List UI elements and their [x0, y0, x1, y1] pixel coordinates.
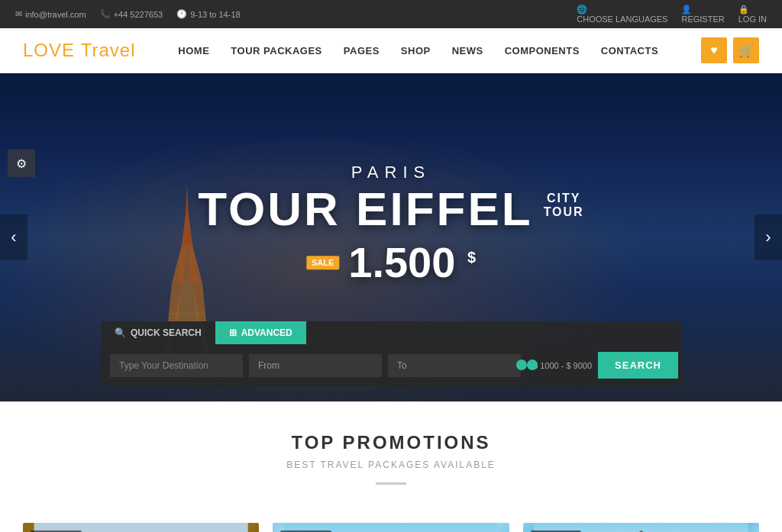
advanced-search-tab[interactable]: ⊞ ADVANCED: [215, 321, 306, 344]
destination-input[interactable]: [110, 354, 243, 377]
settings-button[interactable]: ⚙: [8, 150, 35, 177]
header-icons: ♥ 🛒: [701, 37, 759, 63]
login-link[interactable]: 🔒 LOG IN: [738, 5, 767, 24]
lock-icon: 🔒: [738, 5, 767, 15]
promotion-card-1: 1300 USD: [23, 523, 259, 532]
promotions-section: TOP PROMOTIONS BEST TRAVEL PACKAGES AVAI…: [0, 401, 782, 523]
promotion-cards: 1300 USD: [0, 523, 782, 532]
promotion-card-2: 1200 USD: [273, 523, 509, 532]
nav-tour-packages[interactable]: TOUR PACKAGES: [220, 45, 332, 56]
search-tabs: 🔍 QUICK SEARCH ⊞ ADVANCED: [101, 321, 681, 344]
slider-thumb-left[interactable]: [527, 360, 538, 370]
from-date-input[interactable]: [249, 354, 382, 377]
sale-badge: SALE: [306, 256, 339, 269]
header: LOVE Travel HOME TOUR PACKAGES PAGES SHO…: [0, 28, 782, 73]
quick-search-tab[interactable]: 🔍 QUICK SEARCH: [101, 321, 215, 344]
hero-content: PARIS TOUR EIFFEL CITY TOUR SALE 1.500 $: [198, 163, 583, 287]
search-fields: $ 1000 - $ 9000 SEARCH: [101, 344, 681, 386]
slider-thumb-right[interactable]: [516, 360, 527, 370]
hero-price: 1.500 $: [348, 237, 476, 287]
promotions-title: TOP PROMOTIONS: [23, 432, 759, 453]
nav-shop[interactable]: SHOP: [390, 45, 441, 56]
email-info: ✉ info@travel.com: [15, 9, 86, 19]
search-icon: 🔍: [115, 327, 126, 338]
logo: LOVE Travel: [23, 40, 136, 61]
hero-city-name: PARIS: [198, 163, 583, 182]
price-range-slider[interactable]: $ 1000 - $ 9000: [527, 361, 592, 370]
email-icon: ✉: [15, 9, 22, 19]
grid-icon: ⊞: [229, 327, 237, 338]
phone-info: 📞 +44 5227653: [100, 9, 163, 19]
phone-icon: 📞: [100, 9, 111, 19]
chevron-right-icon: ›: [765, 227, 771, 247]
gear-icon: ⚙: [16, 156, 27, 171]
cart-button[interactable]: 🛒: [733, 37, 759, 63]
top-bar-left: ✉ info@travel.com 📞 +44 5227653 🕐 9-13 t…: [15, 9, 241, 19]
top-bar: ✉ info@travel.com 📞 +44 5227653 🕐 9-13 t…: [0, 0, 782, 28]
main-nav: HOME TOUR PACKAGES PAGES SHOP NEWS COMPO…: [167, 45, 669, 56]
nav-components[interactable]: COMPONENTS: [494, 45, 590, 56]
promotions-subtitle: BEST TRAVEL PACKAGES AVAILABLE: [23, 459, 759, 470]
user-icon: 👤: [681, 5, 724, 15]
promotion-card-3: 1100 USD BUY NOW ›: [523, 523, 759, 532]
wishlist-button[interactable]: ♥: [701, 37, 727, 63]
next-slide-button[interactable]: ›: [755, 214, 782, 260]
hero-section: ⚙ ‹ PARIS TOUR EIFFEL CITY TOUR SALE 1.5…: [0, 73, 782, 401]
register-link[interactable]: 👤 REGISTER: [681, 5, 724, 24]
nav-news[interactable]: NEWS: [441, 45, 494, 56]
hours-info: 🕐 9-13 to 14-18: [176, 9, 240, 19]
to-date-input[interactable]: [388, 354, 521, 377]
hero-subtitle-tour: CITY TOUR: [544, 185, 584, 219]
search-button[interactable]: SEARCH: [598, 352, 678, 379]
nav-contacts[interactable]: CONTACTS: [590, 45, 669, 56]
section-divider: [376, 482, 406, 485]
search-bar: 🔍 QUICK SEARCH ⊞ ADVANCED $ 1000 - $ 900…: [101, 321, 681, 386]
hero-main-title: TOUR EIFFEL: [198, 185, 532, 233]
clock-icon: 🕐: [176, 9, 187, 19]
prev-slide-button[interactable]: ‹: [0, 214, 27, 260]
language-selector[interactable]: 🌐 CHOOSE LANGUAGES: [577, 5, 667, 24]
price-range-label: $ 1000 - $ 9000: [533, 361, 592, 370]
top-bar-right: 🌐 CHOOSE LANGUAGES 👤 REGISTER 🔒 LOG IN: [577, 5, 767, 24]
hero-price-row: SALE 1.500 $: [198, 237, 583, 287]
nav-pages[interactable]: PAGES: [333, 45, 390, 56]
nav-home[interactable]: HOME: [167, 45, 220, 56]
hero-title-row: TOUR EIFFEL CITY TOUR: [198, 185, 583, 233]
chevron-left-icon: ‹: [11, 227, 16, 247]
globe-icon: 🌐: [577, 5, 667, 15]
